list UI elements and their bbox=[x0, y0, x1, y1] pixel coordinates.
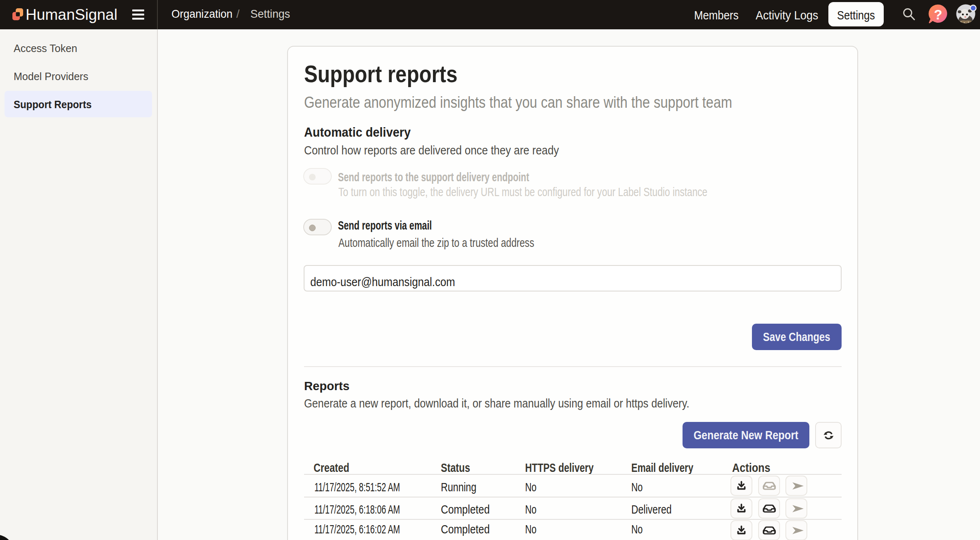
svg-text:?: ? bbox=[934, 7, 942, 22]
